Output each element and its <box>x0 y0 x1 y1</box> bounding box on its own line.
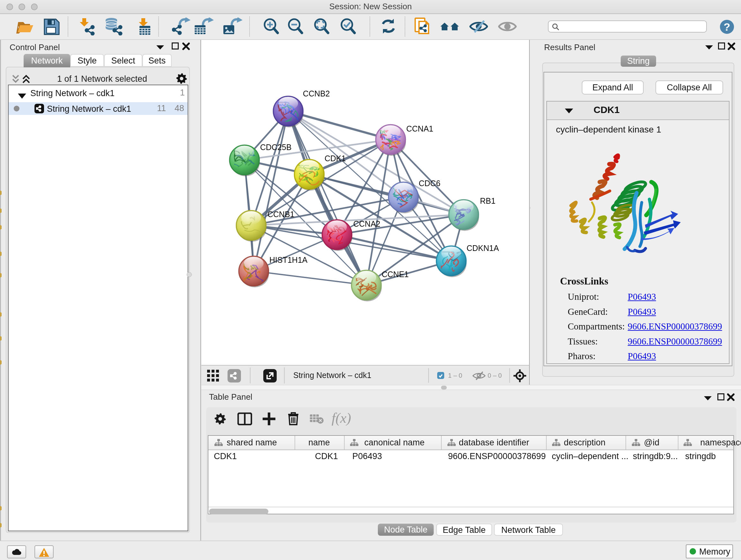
svg-text:CCNB1: CCNB1 <box>267 210 294 219</box>
svg-text:CDC25B: CDC25B <box>260 143 292 152</box>
svg-text:CDC6: CDC6 <box>419 179 441 188</box>
svg-text:CCNA1: CCNA1 <box>406 124 433 133</box>
svg-text:CCNB2: CCNB2 <box>303 89 330 98</box>
svg-text:CCNE1: CCNE1 <box>382 270 409 279</box>
svg-text:HIST1H1A: HIST1H1A <box>269 255 308 264</box>
svg-text:CDKN1A: CDKN1A <box>467 244 499 253</box>
svg-text:RB1: RB1 <box>480 196 495 205</box>
svg-text:CDK1: CDK1 <box>325 154 346 163</box>
svg-text:CCNA2: CCNA2 <box>353 219 381 228</box>
